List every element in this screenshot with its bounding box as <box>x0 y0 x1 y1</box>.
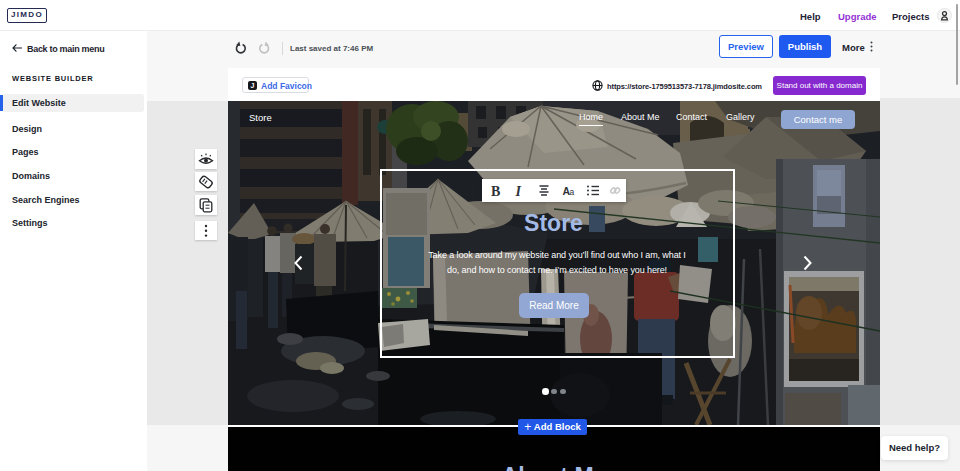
svg-text:I: I <box>514 183 521 198</box>
svg-text:B: B <box>491 183 500 198</box>
svg-text:a: a <box>569 187 574 197</box>
